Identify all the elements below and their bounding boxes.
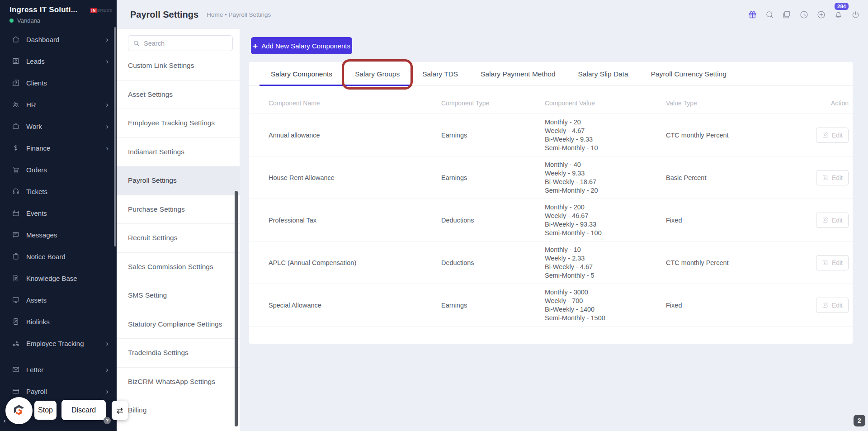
notes-icon[interactable]: [782, 10, 792, 19]
edit-button[interactable]: Edit: [816, 213, 849, 228]
letter-icon: [12, 365, 20, 374]
settings-item-billing[interactable]: Billing: [117, 396, 240, 425]
tab-salary-slip-data[interactable]: Salary Slip Data: [567, 62, 640, 85]
history-icon[interactable]: [799, 10, 809, 19]
sidebar-item-hr[interactable]: HR›: [0, 94, 117, 115]
top-header: Payroll Settings Home • Payroll Settings…: [117, 0, 868, 29]
sidebar-item-finance[interactable]: Finance›: [0, 137, 117, 159]
action-cell: Edit: [788, 213, 849, 228]
settings-item-purchase-settings[interactable]: Purchase Settings: [117, 195, 240, 224]
chevron-right-icon: ›: [106, 388, 108, 395]
settings-search[interactable]: [128, 35, 233, 51]
breadcrumb: Home • Payroll Settings: [207, 11, 271, 18]
sidebar-scrollbar[interactable]: [114, 27, 116, 246]
settings-item-indiamart-settings[interactable]: Indiamart Settings: [117, 137, 240, 166]
sidebar-item-leads[interactable]: Leads›: [0, 50, 117, 72]
edit-button[interactable]: Edit: [816, 128, 849, 143]
settings-item-recruit-settings[interactable]: Recruit Settings: [117, 223, 240, 252]
add-new-salary-components-button[interactable]: + Add New Salary Components: [251, 37, 352, 54]
sidebar-item-messages[interactable]: Messages: [0, 224, 117, 246]
sidebar-item-events[interactable]: Events: [0, 202, 117, 224]
settings-list: Custom Link SettingsAsset SettingsEmploy…: [117, 51, 240, 425]
edit-button[interactable]: Edit: [816, 298, 849, 313]
settings-item-sms-setting[interactable]: SMS Setting: [117, 281, 240, 310]
settings-item-statutory-compliance-settings[interactable]: Statutory Compliance Settings: [117, 310, 240, 339]
sidebar-item-biolinks[interactable]: Biolinks: [0, 311, 117, 332]
sidebar-item-work[interactable]: Work›: [0, 115, 117, 137]
main-sidebar: Ingress IT Soluti... Vandana INGRESS Das…: [0, 0, 117, 431]
sidebar-item-orders[interactable]: Orders: [0, 159, 117, 180]
notice-board-icon: [12, 252, 20, 260]
sidebar-item-label: Finance: [26, 144, 106, 152]
edit-icon: [822, 259, 829, 266]
clients-icon: [12, 79, 20, 87]
search-input[interactable]: [144, 40, 221, 47]
value-type-cell: Basic Percent: [666, 174, 788, 181]
tab-salary-payment-method[interactable]: Salary Payment Method: [469, 62, 566, 85]
component-name-cell: Professional Tax: [269, 217, 441, 224]
component-name-cell: Annual allowance: [269, 132, 441, 139]
notification-count-badge: 284: [835, 3, 849, 10]
bell-icon[interactable]: 284: [834, 10, 843, 19]
component-type-cell: Earnings: [441, 132, 545, 139]
discard-button[interactable]: Discard: [61, 400, 106, 420]
sidebar-item-label: Knowledge Base: [26, 275, 108, 282]
settings-item-sales-commission-settings[interactable]: Sales Commission Settings: [117, 252, 240, 281]
settings-item-tradeindia-settings[interactable]: TradeIndia Settings: [117, 338, 240, 367]
settings-scrollbar[interactable]: [235, 191, 238, 426]
sidebar-item-assets[interactable]: Assets: [0, 289, 117, 311]
work-icon: [12, 122, 20, 130]
settings-item-bizcrm-whatsapp-settings[interactable]: BizCRM WhatsApp Settings: [117, 367, 240, 396]
edit-icon: [822, 302, 829, 308]
action-cell: Edit: [788, 170, 849, 185]
component-name-cell: House Rent Allowance: [269, 174, 441, 181]
settings-item-asset-settings[interactable]: Asset Settings: [117, 80, 240, 109]
user-name: Vandana: [17, 17, 40, 24]
sidebar-item-dashboard[interactable]: Dashboard›: [0, 28, 117, 50]
tab-salary-groups[interactable]: Salary Groups: [344, 62, 411, 85]
swap-button[interactable]: [112, 401, 128, 420]
chevron-right-icon: ›: [106, 101, 108, 109]
table-row: APLC (Annual Compensation)DeductionsMont…: [249, 242, 853, 284]
app-root: Ingress IT Soluti... Vandana INGRESS Das…: [0, 0, 868, 431]
settings-item-custom-link-settings[interactable]: Custom Link Settings: [117, 51, 240, 80]
resize-handle-icon[interactable]: ‹: [4, 417, 6, 424]
gift-icon[interactable]: [748, 10, 757, 19]
stop-button[interactable]: Stop: [34, 401, 57, 420]
edit-icon: [822, 217, 829, 223]
help-badge[interactable]: ?: [104, 417, 111, 424]
sidebar-item-label: Orders: [26, 166, 108, 174]
sidebar-item-letter[interactable]: Letter›: [0, 359, 117, 380]
power-icon[interactable]: [851, 10, 860, 19]
plus-circle-icon[interactable]: [816, 10, 826, 19]
value-type-cell: CTC monthly Percent: [666, 259, 788, 266]
payroll-settings-card: Salary ComponentsSalary GroupsSalary TDS…: [249, 62, 853, 344]
component-type-cell: Earnings: [441, 302, 545, 309]
tab-salary-components[interactable]: Salary Components: [259, 62, 344, 85]
sidebar-item-knowledge-base[interactable]: Knowledge Base: [0, 267, 117, 289]
sidebar-item-notice-board[interactable]: Notice Board: [0, 246, 117, 267]
tickets-icon: [12, 187, 20, 195]
sidebar-item-clients[interactable]: Clients: [0, 72, 117, 94]
tab-salary-tds[interactable]: Salary TDS: [411, 62, 469, 85]
sidebar-item-tickets[interactable]: Tickets: [0, 180, 117, 202]
chevron-right-icon: ›: [106, 144, 108, 152]
swap-icon: [115, 406, 125, 416]
tab-payroll-currency-setting[interactable]: Payroll Currency Setting: [640, 62, 738, 85]
settings-item-employee-tracking-settings[interactable]: Employee Tracking Settings: [117, 109, 240, 137]
tab-bar: Salary ComponentsSalary GroupsSalary TDS…: [249, 62, 853, 86]
edit-button[interactable]: Edit: [816, 255, 849, 270]
edit-button[interactable]: Edit: [816, 170, 849, 185]
settings-item-payroll-settings[interactable]: Payroll Settings: [117, 166, 240, 195]
sidebar-item-label: Events: [26, 209, 108, 217]
value-type-cell: CTC monthly Percent: [666, 132, 788, 139]
assistant-launcher[interactable]: [5, 397, 33, 424]
column-header-value-type: Value Type: [666, 99, 788, 107]
component-type-cell: Earnings: [441, 174, 545, 181]
page-title: Payroll Settings: [130, 9, 198, 20]
sidebar-item-label: Assets: [26, 296, 108, 304]
column-header-component-type: Component Type: [441, 99, 545, 107]
search-icon[interactable]: [765, 10, 774, 19]
sidebar-item-employee-tracking[interactable]: Employee Tracking›: [0, 332, 117, 354]
ingress-logo: INGRESS: [90, 8, 112, 13]
